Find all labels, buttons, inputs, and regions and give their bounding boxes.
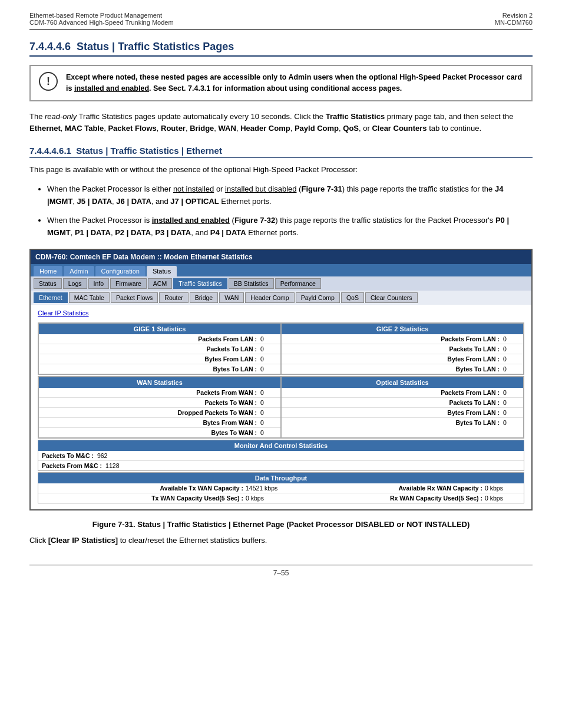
throughput-cell-right-2: Rx WAN Capacity Used(5 Sec) : 0 kbps	[281, 495, 520, 502]
sub-tab2-packet-flows[interactable]: Packet Flows	[111, 292, 158, 303]
gige2-label-4: Bytes To LAN :	[456, 365, 502, 373]
sub-tab-performance[interactable]: Performance	[275, 278, 321, 289]
body-after-text: Click [Clear IP Statistics] to clear/res…	[29, 535, 533, 547]
wan-row-2: Packets To WAN : 0	[39, 398, 280, 408]
bullet-item-2: When the Packet Processor is installed a…	[47, 215, 533, 239]
sub-tab-firmware[interactable]: Firmware	[110, 278, 147, 289]
sub-tab2-payld-comp[interactable]: Payld Comp	[296, 292, 340, 303]
wan-row-1: Packets From WAN : 0	[39, 388, 280, 398]
throughput-cell-left-1: Available Tx WAN Capacity : 14521 kbps	[42, 485, 281, 492]
throughput-value-2: 0 kbps	[246, 495, 281, 502]
monitor-section: Monitor And Control Statistics Packets T…	[38, 440, 524, 471]
throughput-row-2: Tx WAN Capacity Used(5 Sec) : 0 kbps Rx …	[38, 493, 524, 503]
section-title: Status | Traffic Statistics Pages	[77, 41, 234, 52]
wan-row-5: Bytes To WAN : 0	[39, 428, 280, 437]
sub-tab-acm[interactable]: ACM	[148, 278, 172, 289]
optical-value-1: 0	[502, 389, 520, 396]
sub-nav-bar2: Ethernet MAC Table Packet Flows Router B…	[31, 291, 531, 305]
gige2-header: GIGE 2 Statistics	[282, 324, 523, 334]
info-icon: !	[39, 72, 58, 91]
wan-value-2: 0	[259, 399, 277, 406]
gige2-row-1: Packets From LAN : 0	[282, 334, 523, 344]
gige2-row-2: Packets To LAN : 0	[282, 344, 523, 354]
monitor-label-1: Packets To M&C :	[42, 452, 96, 459]
wan-label-4: Bytes From WAN :	[203, 419, 259, 426]
throughput-value-r2: 0 kbps	[485, 495, 520, 502]
note-text: Except where noted, these nested pages a…	[66, 72, 523, 94]
monitor-row-1: Packets To M&C : 962	[38, 451, 524, 461]
sub-tab-status[interactable]: Status	[34, 278, 62, 289]
gige2-label-1: Packets From LAN :	[441, 335, 502, 342]
bullet-list: When the Packet Processor is either not …	[47, 183, 533, 239]
nav-tab-configuration[interactable]: Configuration	[95, 266, 146, 276]
optical-label-1: Packets From LAN :	[441, 389, 502, 396]
nav-tab-home[interactable]: Home	[34, 266, 62, 276]
optical-row-4: Bytes To LAN : 0	[282, 418, 523, 427]
subsection-intro: This page is available with or without t…	[29, 164, 533, 176]
optical-value-2: 0	[502, 399, 520, 406]
doc-header: Ethernet-based Remote Product Management…	[29, 12, 533, 30]
subsection-number: 7.4.4.4.6.1	[29, 146, 71, 156]
throughput-header: Data Throughput	[38, 473, 524, 483]
sub-tab2-header-comp[interactable]: Header Comp	[245, 292, 294, 303]
sub-tab2-mac-table[interactable]: MAC Table	[69, 292, 110, 303]
section-heading: 7.4.4.4.6 Status | Traffic Statistics Pa…	[29, 41, 533, 57]
sub-tab2-qos[interactable]: QoS	[341, 292, 364, 303]
gige1-row-3: Bytes From LAN : 0	[39, 354, 280, 364]
gige1-row-1: Packets From LAN : 0	[39, 334, 280, 344]
wan-label-3: Dropped Packets To WAN :	[177, 409, 259, 416]
monitor-value-1: 962	[96, 452, 114, 459]
sub-tab-info[interactable]: Info	[88, 278, 110, 289]
sub-tab2-bridge[interactable]: Bridge	[190, 292, 218, 303]
sub-tab2-wan[interactable]: WAN	[219, 292, 244, 303]
sub-tab2-ethernet[interactable]: Ethernet	[34, 292, 68, 303]
optical-value-3: 0	[502, 409, 520, 416]
wan-label-1: Packets From WAN :	[196, 389, 259, 396]
throughput-cell-right-1: Available Rx WAN Capacity : 0 kbps	[281, 485, 520, 492]
gige1-label-2: Packets To LAN :	[206, 345, 259, 353]
section-number: 7.4.4.4.6	[29, 41, 71, 52]
wan-section: WAN Statistics Packets From WAN : 0 Pack…	[38, 377, 281, 438]
sub-tab-bb-statistics[interactable]: BB Statistics	[229, 278, 274, 289]
wan-value-5: 0	[259, 429, 277, 436]
gige2-value-2: 0	[502, 345, 520, 353]
screenshot-container: CDM-760: Comtech EF Data Modem :: Modem …	[29, 249, 533, 510]
gige2-row-4: Bytes To LAN : 0	[282, 364, 523, 374]
figure-caption: Figure 7-31. Status | Traffic Statistics…	[29, 520, 533, 529]
doc-footer: 7–55	[29, 565, 533, 577]
wan-header: WAN Statistics	[39, 377, 280, 388]
gige2-row-3: Bytes From LAN : 0	[282, 354, 523, 364]
gige2-value-4: 0	[502, 365, 520, 373]
header-left-line1: Ethernet-based Remote Product Management	[29, 12, 174, 19]
gige1-label-1: Packets From LAN :	[198, 335, 259, 342]
clear-ip-statistics-link[interactable]: Clear IP Statistics	[38, 309, 89, 317]
sub-tab2-clear-counters[interactable]: Clear Counters	[365, 292, 418, 303]
monitor-header: Monitor And Control Statistics	[38, 440, 524, 451]
nav-bar: Home Admin Configuration Status	[31, 264, 531, 276]
subsection-heading: 7.4.4.4.6.1 Status | Traffic Statistics …	[29, 146, 533, 158]
gige1-row-2: Packets To LAN : 0	[39, 344, 280, 354]
throughput-label-r1: Available Rx WAN Capacity :	[398, 485, 485, 492]
optical-row-1: Packets From LAN : 0	[282, 388, 523, 398]
wan-label-2: Packets To WAN :	[205, 399, 260, 406]
gige1-label-4: Bytes To LAN :	[213, 365, 259, 373]
wan-optical-grid: WAN Statistics Packets From WAN : 0 Pack…	[38, 376, 524, 439]
sub-tab-logs[interactable]: Logs	[63, 278, 87, 289]
gige1-section: GIGE 1 Statistics Packets From LAN : 0 P…	[38, 323, 281, 374]
gige2-value-1: 0	[502, 335, 520, 342]
optical-label-4: Bytes To LAN :	[456, 419, 502, 426]
optical-header: Optical Statistics	[282, 377, 523, 388]
note-box: ! Except where noted, these nested pages…	[29, 65, 533, 101]
nav-tab-admin[interactable]: Admin	[64, 266, 94, 276]
header-right-line1: Revision 2	[495, 12, 533, 19]
sub-tab2-router[interactable]: Router	[159, 292, 189, 303]
gige2-section: GIGE 2 Statistics Packets From LAN : 0 P…	[281, 323, 524, 374]
nav-tab-status[interactable]: Status	[147, 266, 177, 276]
optical-row-3: Bytes From LAN : 0	[282, 408, 523, 418]
optical-label-3: Bytes From LAN :	[447, 409, 502, 416]
sub-tab-traffic-statistics[interactable]: Traffic Statistics	[173, 278, 227, 289]
monitor-row-2: Packets From M&C : 1128	[38, 461, 524, 470]
gige2-label-2: Packets To LAN :	[449, 345, 502, 353]
monitor-value-2: 1128	[104, 462, 122, 469]
gige-stats-grid: GIGE 1 Statistics Packets From LAN : 0 P…	[38, 322, 524, 375]
